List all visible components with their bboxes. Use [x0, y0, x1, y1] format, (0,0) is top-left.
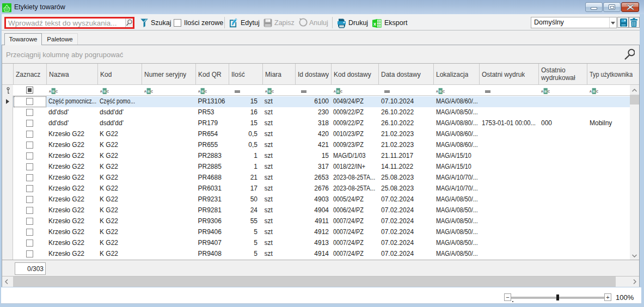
- svg-text:A: A: [265, 90, 268, 93]
- svg-text:C: C: [272, 90, 274, 93]
- svg-text:B: B: [52, 90, 54, 93]
- svg-text:B: B: [439, 90, 441, 93]
- svg-text:C: C: [340, 90, 342, 93]
- svg-text:C: C: [56, 90, 58, 93]
- svg-text:A: A: [100, 90, 103, 93]
- svg-text:C: C: [205, 90, 207, 93]
- svg-text:x: x: [373, 21, 376, 27]
- svg-text:B: B: [148, 90, 150, 93]
- svg-text:B: B: [337, 90, 339, 93]
- svg-text:C: C: [151, 90, 153, 93]
- svg-text:C: C: [596, 90, 598, 93]
- svg-text:B: B: [103, 90, 106, 93]
- svg-text:A: A: [144, 90, 147, 93]
- svg-text:A: A: [49, 90, 52, 93]
- svg-text:B: B: [268, 90, 271, 93]
- svg-text:C: C: [107, 90, 109, 93]
- svg-text:B: B: [544, 90, 547, 93]
- svg-text:C: C: [443, 90, 445, 93]
- svg-text:A: A: [541, 90, 544, 93]
- svg-text:B: B: [593, 90, 595, 93]
- svg-text:A: A: [334, 90, 336, 93]
- svg-text:C: C: [548, 90, 550, 93]
- svg-text:A: A: [436, 90, 439, 93]
- svg-text:A: A: [198, 90, 201, 93]
- svg-text:A: A: [590, 90, 592, 93]
- svg-text:B: B: [201, 90, 204, 93]
